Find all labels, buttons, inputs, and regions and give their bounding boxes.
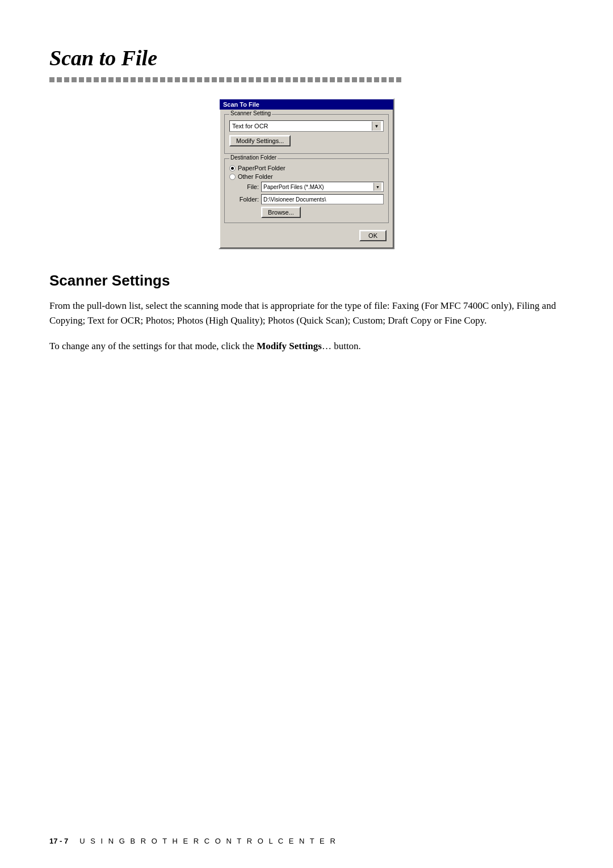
file-dropdown-arrow-icon: ▼	[373, 183, 381, 191]
browse-button-row: Browse...	[229, 207, 384, 218]
paperport-folder-label: PaperPort Folder	[238, 165, 285, 171]
modify-settings-row: Modify Settings...	[229, 135, 384, 146]
scanner-mode-dropdown-row: Text for OCR ▼	[229, 120, 384, 132]
paragraph2-prefix: To change any of the settings for that m…	[49, 341, 257, 351]
paperport-folder-radio[interactable]	[229, 165, 236, 171]
dialog-titlebar: Scan To File	[220, 99, 393, 110]
folder-label: Folder:	[238, 196, 259, 203]
dropdown-arrow-icon: ▼	[372, 121, 381, 131]
destination-folder-label: Destination Folder	[229, 154, 278, 161]
other-folder-label: Other Folder	[238, 173, 273, 180]
browse-button[interactable]: Browse...	[261, 207, 301, 218]
scanner-mode-select[interactable]: Text for OCR ▼	[229, 120, 384, 132]
decorative-rule	[49, 77, 564, 82]
paperport-folder-radio-row[interactable]: PaperPort Folder	[229, 165, 384, 171]
file-label: File:	[238, 183, 259, 190]
dialog-screenshot: Scan To File Scanner Setting Text for OC…	[49, 98, 564, 249]
scanner-setting-label: Scanner Setting	[229, 110, 272, 116]
folder-field-row: Folder: D:\Visioneer Documents\	[229, 194, 384, 204]
file-value: PaperPort Files (*.MAX)	[263, 184, 373, 190]
other-folder-radio[interactable]	[229, 174, 236, 180]
other-folder-radio-row[interactable]: Other Folder	[229, 173, 384, 180]
footer-chapter-text: U S I N G B R O T H E R C O N T R O L C …	[79, 837, 337, 845]
folder-value: D:\Visioneer Documents\	[263, 196, 381, 203]
ok-button[interactable]: OK	[359, 230, 387, 241]
footer-page-number: 17 - 7	[49, 837, 68, 845]
file-field-row: File: PaperPort Files (*.MAX) ▼	[229, 182, 384, 192]
file-field[interactable]: PaperPort Files (*.MAX) ▼	[261, 182, 384, 192]
modify-settings-button[interactable]: Modify Settings...	[229, 135, 291, 146]
scanner-settings-paragraph1: From the pull-down list, select the scan…	[49, 299, 564, 329]
destination-folder-group: Destination Folder PaperPort Folder Othe…	[224, 158, 389, 223]
page-footer: 17 - 7 U S I N G B R O T H E R C O N T R…	[49, 837, 564, 845]
folder-field[interactable]: D:\Visioneer Documents\	[261, 194, 384, 204]
paragraph2-suffix: … button.	[322, 341, 361, 351]
scan-to-file-dialog: Scan To File Scanner Setting Text for OC…	[219, 98, 394, 249]
scanner-settings-paragraph2: To change any of the settings for that m…	[49, 339, 564, 354]
ok-button-row: OK	[224, 228, 389, 244]
scanner-setting-group: Scanner Setting Text for OCR ▼ Modify Se…	[224, 114, 389, 154]
page-title: Scan to File	[49, 45, 564, 70]
paragraph2-bold: Modify Settings	[257, 341, 322, 351]
scanner-mode-value: Text for OCR	[232, 123, 372, 129]
scanner-settings-heading: Scanner Settings	[49, 272, 564, 290]
